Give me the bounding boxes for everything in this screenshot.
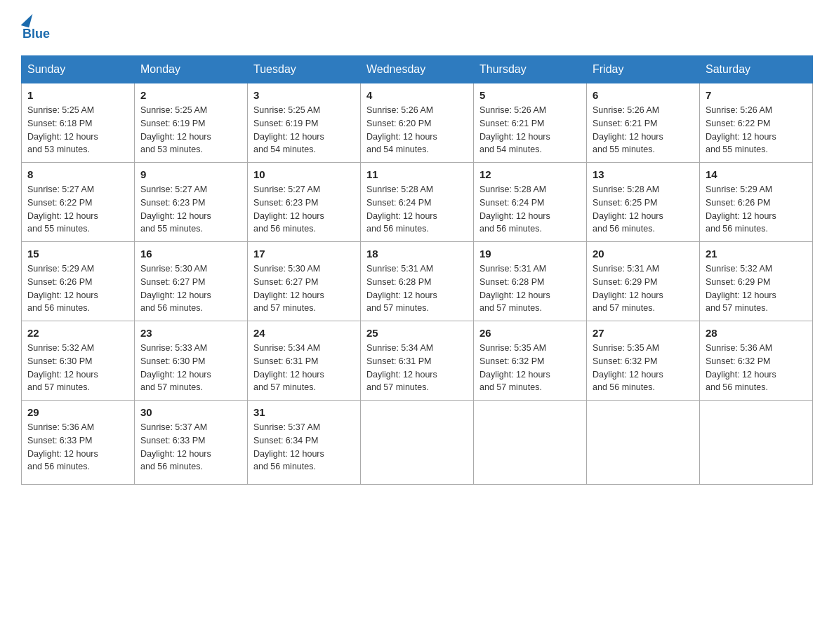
day-info: Sunrise: 5:33 AMSunset: 6:30 PMDaylight:… [140,342,241,394]
calendar-cell: 19 Sunrise: 5:31 AMSunset: 6:28 PMDaylig… [474,242,587,321]
day-number: 26 [479,327,581,339]
column-header-tuesday: Tuesday [248,56,361,83]
day-number: 3 [253,89,355,101]
calendar-cell: 7 Sunrise: 5:26 AMSunset: 6:22 PMDayligh… [700,83,813,163]
calendar-cell: 26 Sunrise: 5:35 AMSunset: 6:32 PMDaylig… [474,321,587,401]
day-number: 7 [706,89,807,101]
day-info: Sunrise: 5:35 AMSunset: 6:32 PMDaylight:… [479,342,581,394]
calendar-cell: 17 Sunrise: 5:30 AMSunset: 6:27 PMDaylig… [248,242,361,321]
day-number: 8 [27,168,128,180]
calendar-cell: 16 Sunrise: 5:30 AMSunset: 6:27 PMDaylig… [135,242,248,321]
calendar-cell: 30 Sunrise: 5:37 AMSunset: 6:33 PMDaylig… [135,401,248,485]
day-number: 31 [253,406,355,418]
day-number: 24 [253,327,355,339]
calendar-week-row: 29 Sunrise: 5:36 AMSunset: 6:33 PMDaylig… [22,401,813,485]
day-number: 14 [706,168,807,180]
calendar-cell [587,401,700,485]
calendar-cell: 12 Sunrise: 5:28 AMSunset: 6:24 PMDaylig… [474,163,587,242]
calendar-cell: 21 Sunrise: 5:32 AMSunset: 6:29 PMDaylig… [700,242,813,321]
day-info: Sunrise: 5:29 AMSunset: 6:26 PMDaylight:… [706,183,807,236]
day-info: Sunrise: 5:27 AMSunset: 6:23 PMDaylight:… [140,183,241,236]
column-header-thursday: Thursday [474,56,587,83]
logo-triangle-icon [21,12,33,27]
day-info: Sunrise: 5:27 AMSunset: 6:23 PMDaylight:… [253,183,355,236]
day-number: 13 [593,168,694,180]
calendar-cell: 14 Sunrise: 5:29 AMSunset: 6:26 PMDaylig… [700,163,813,242]
day-number: 2 [140,89,241,101]
calendar-header-row: SundayMondayTuesdayWednesdayThursdayFrid… [22,56,813,83]
day-number: 16 [140,248,241,260]
calendar-cell: 25 Sunrise: 5:34 AMSunset: 6:31 PMDaylig… [361,321,474,401]
day-info: Sunrise: 5:26 AMSunset: 6:20 PMDaylight:… [366,104,468,156]
day-number: 1 [27,89,128,101]
calendar-cell: 10 Sunrise: 5:27 AMSunset: 6:23 PMDaylig… [248,163,361,242]
calendar-cell: 8 Sunrise: 5:27 AMSunset: 6:22 PMDayligh… [22,163,135,242]
day-info: Sunrise: 5:25 AMSunset: 6:19 PMDaylight:… [140,104,241,156]
calendar-cell: 6 Sunrise: 5:26 AMSunset: 6:21 PMDayligh… [587,83,700,163]
calendar-cell: 3 Sunrise: 5:25 AMSunset: 6:19 PMDayligh… [248,83,361,163]
day-info: Sunrise: 5:30 AMSunset: 6:27 PMDaylight:… [140,262,241,315]
day-info: Sunrise: 5:28 AMSunset: 6:24 PMDaylight:… [366,183,468,236]
day-info: Sunrise: 5:28 AMSunset: 6:25 PMDaylight:… [593,183,694,236]
calendar-cell: 4 Sunrise: 5:26 AMSunset: 6:20 PMDayligh… [361,83,474,163]
calendar-week-row: 15 Sunrise: 5:29 AMSunset: 6:26 PMDaylig… [22,242,813,321]
day-number: 20 [593,248,694,260]
column-header-sunday: Sunday [22,56,135,83]
day-info: Sunrise: 5:28 AMSunset: 6:24 PMDaylight:… [479,183,581,236]
calendar-cell: 29 Sunrise: 5:36 AMSunset: 6:33 PMDaylig… [22,401,135,485]
day-info: Sunrise: 5:27 AMSunset: 6:22 PMDaylight:… [27,183,128,236]
calendar-cell: 5 Sunrise: 5:26 AMSunset: 6:21 PMDayligh… [474,83,587,163]
day-number: 19 [479,248,581,260]
calendar-cell [700,401,813,485]
calendar-table: SundayMondayTuesdayWednesdayThursdayFrid… [21,55,813,485]
day-number: 28 [706,327,807,339]
calendar-cell: 22 Sunrise: 5:32 AMSunset: 6:30 PMDaylig… [22,321,135,401]
day-number: 29 [27,406,128,418]
calendar-cell: 23 Sunrise: 5:33 AMSunset: 6:30 PMDaylig… [135,321,248,401]
column-header-wednesday: Wednesday [361,56,474,83]
day-number: 6 [593,89,694,101]
calendar-week-row: 8 Sunrise: 5:27 AMSunset: 6:22 PMDayligh… [22,163,813,242]
day-info: Sunrise: 5:31 AMSunset: 6:28 PMDaylight:… [479,262,581,315]
calendar-week-row: 22 Sunrise: 5:32 AMSunset: 6:30 PMDaylig… [22,321,813,401]
calendar-cell: 2 Sunrise: 5:25 AMSunset: 6:19 PMDayligh… [135,83,248,163]
logo-subtitle: Blue [22,27,50,41]
day-info: Sunrise: 5:34 AMSunset: 6:31 PMDaylight:… [253,342,355,394]
calendar-cell: 15 Sunrise: 5:29 AMSunset: 6:26 PMDaylig… [22,242,135,321]
day-number: 25 [366,327,468,339]
calendar-cell: 31 Sunrise: 5:37 AMSunset: 6:34 PMDaylig… [248,401,361,485]
day-info: Sunrise: 5:26 AMSunset: 6:22 PMDaylight:… [706,104,807,156]
day-number: 11 [366,168,468,180]
calendar-cell: 20 Sunrise: 5:31 AMSunset: 6:29 PMDaylig… [587,242,700,321]
calendar-cell: 28 Sunrise: 5:36 AMSunset: 6:32 PMDaylig… [700,321,813,401]
calendar-cell: 18 Sunrise: 5:31 AMSunset: 6:28 PMDaylig… [361,242,474,321]
logo: Blue [21,14,50,41]
column-header-monday: Monday [135,56,248,83]
day-info: Sunrise: 5:26 AMSunset: 6:21 PMDaylight:… [479,104,581,156]
calendar-cell [361,401,474,485]
day-info: Sunrise: 5:25 AMSunset: 6:19 PMDaylight:… [253,104,355,156]
calendar-cell: 9 Sunrise: 5:27 AMSunset: 6:23 PMDayligh… [135,163,248,242]
day-info: Sunrise: 5:34 AMSunset: 6:31 PMDaylight:… [366,342,468,394]
day-number: 12 [479,168,581,180]
calendar-cell: 1 Sunrise: 5:25 AMSunset: 6:18 PMDayligh… [22,83,135,163]
calendar-cell [474,401,587,485]
day-info: Sunrise: 5:29 AMSunset: 6:26 PMDaylight:… [27,262,128,315]
day-info: Sunrise: 5:36 AMSunset: 6:33 PMDaylight:… [27,421,128,474]
day-info: Sunrise: 5:36 AMSunset: 6:32 PMDaylight:… [706,342,807,394]
day-number: 18 [366,248,468,260]
calendar-week-row: 1 Sunrise: 5:25 AMSunset: 6:18 PMDayligh… [22,83,813,163]
day-info: Sunrise: 5:37 AMSunset: 6:33 PMDaylight:… [140,421,241,474]
day-info: Sunrise: 5:31 AMSunset: 6:29 PMDaylight:… [593,262,694,315]
day-number: 15 [27,248,128,260]
calendar-cell: 11 Sunrise: 5:28 AMSunset: 6:24 PMDaylig… [361,163,474,242]
page-header: Blue [21,14,813,41]
day-number: 30 [140,406,241,418]
day-info: Sunrise: 5:32 AMSunset: 6:29 PMDaylight:… [706,262,807,315]
day-number: 9 [140,168,241,180]
day-info: Sunrise: 5:26 AMSunset: 6:21 PMDaylight:… [593,104,694,156]
day-info: Sunrise: 5:35 AMSunset: 6:32 PMDaylight:… [593,342,694,394]
day-number: 27 [593,327,694,339]
day-number: 5 [479,89,581,101]
day-info: Sunrise: 5:30 AMSunset: 6:27 PMDaylight:… [253,262,355,315]
